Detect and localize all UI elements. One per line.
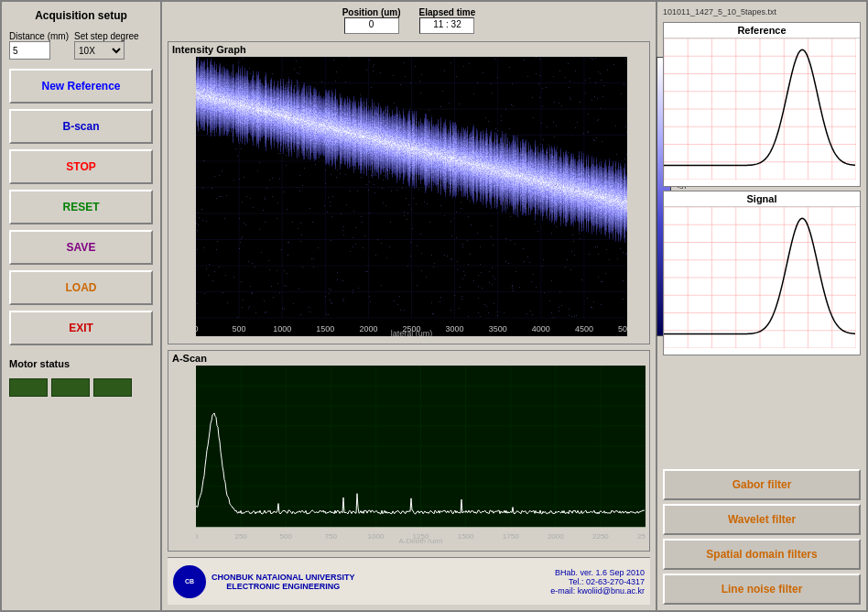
tel-info: Tel.: 02-63-270-4317 <box>550 577 645 586</box>
step-select[interactable]: 10X 5X 2X 1X <box>74 41 125 60</box>
motor-led-2 <box>51 378 90 397</box>
motor-indicators <box>9 378 153 397</box>
distance-input[interactable] <box>9 41 50 60</box>
right-panel: 101011_1427_5_10_5tapes.txt Reference Si… <box>656 2 866 610</box>
intensity-section: Intensity Graph -100 -37 -25 <box>168 41 650 344</box>
reference-canvas <box>664 38 856 180</box>
acquisition-title: Acquisition setup <box>9 9 153 22</box>
reference-graph-container: Reference <box>663 22 861 187</box>
file-label: 101011_1427_5_10_5tapes.txt <box>663 7 861 16</box>
reset-button[interactable]: RESET <box>9 190 153 224</box>
bscan-button[interactable]: B-scan <box>9 109 153 144</box>
intensity-title: Intensity Graph <box>168 42 649 57</box>
signal-graph-title: Signal <box>664 191 860 207</box>
line-noise-filter-button[interactable]: Line noise filter <box>663 574 861 605</box>
logo-box: CB CHONBUK NATAIONAL UNIVERSITY ELECTRON… <box>173 565 355 598</box>
ascan-canvas <box>196 366 646 543</box>
university-name: CHONBUK NATAIONAL UNIVERSITY <box>212 573 355 582</box>
load-button[interactable]: LOAD <box>9 270 153 305</box>
elapsed-label: Elapsed time <box>419 7 476 17</box>
distance-label: Distance (mm) <box>9 31 69 41</box>
ascan-title: A-Scan <box>168 351 649 366</box>
position-value: 0 <box>344 17 399 34</box>
position-row: Position (um) 0 Elapsed time 11 : 32 <box>168 7 650 34</box>
reference-graph-title: Reference <box>664 23 860 38</box>
motor-led-1 <box>9 378 48 397</box>
spatial-filter-button[interactable]: Spatial domain filters <box>663 539 861 570</box>
university-logo: CB <box>173 565 206 598</box>
stop-button[interactable]: STOP <box>9 149 153 184</box>
contact-info: BHab. ver. 1.6 Sep 2010 Tel.: 02-63-270-… <box>550 568 645 596</box>
signal-canvas <box>664 207 856 348</box>
version-info: BHab. ver. 1.6 Sep 2010 <box>550 568 645 577</box>
left-panel: Acquisition setup Distance (mm) Set step… <box>2 2 162 610</box>
elapsed-value: 11 : 32 <box>419 17 474 34</box>
ascan-section: A-Scan <box>168 350 650 552</box>
center-panel: Position (um) 0 Elapsed time 11 : 32 Int… <box>162 2 656 610</box>
intensity-canvas <box>196 57 627 336</box>
gabor-filter-button[interactable]: Gabor filter <box>663 469 861 500</box>
signal-graph-container: Signal <box>663 191 861 355</box>
set-step-label: Set step degree <box>74 31 139 41</box>
footer-bar: CB CHONBUK NATAIONAL UNIVERSITY ELECTRON… <box>168 557 650 605</box>
position-label: Position (um) <box>342 7 401 17</box>
exit-button[interactable]: EXIT <box>9 311 153 345</box>
department-name: ELECTRONIC ENGINEERING <box>212 582 355 591</box>
motor-led-3 <box>93 378 132 397</box>
new-reference-button[interactable]: New Reference <box>9 69 153 104</box>
motor-status-label: Motor status <box>9 358 153 369</box>
wavelet-filter-button[interactable]: Wavelet filter <box>663 504 861 535</box>
email-info: e-mail: kwoliid@bnu.ac.kr <box>550 586 645 596</box>
save-button[interactable]: SAVE <box>9 230 153 265</box>
